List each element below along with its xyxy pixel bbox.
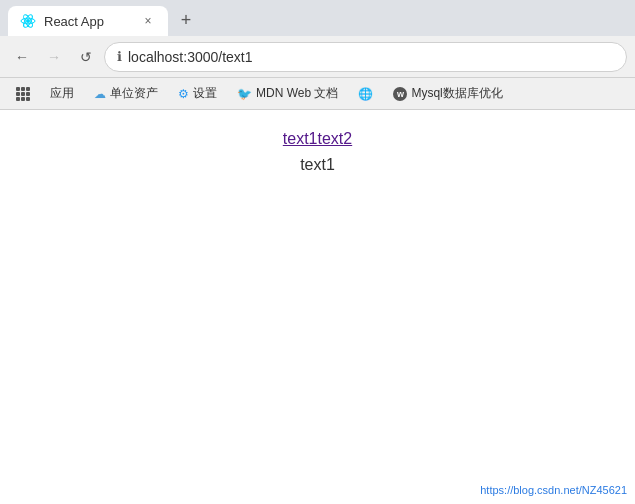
back-icon: ← — [15, 49, 29, 65]
active-tab[interactable]: React App × — [8, 6, 168, 36]
bookmark-yingyong-label: 应用 — [50, 85, 74, 102]
globe-icon: 🌐 — [358, 87, 373, 101]
react-favicon — [20, 13, 36, 29]
page-content: text1text2 text1 https://blog.csdn.net/N… — [0, 110, 635, 504]
bookmark-mdn[interactable]: 🐦 MDN Web 文档 — [229, 82, 346, 105]
bookmark-globe[interactable]: 🌐 — [350, 84, 381, 104]
mdn-icon: 🐦 — [237, 87, 252, 101]
bookmark-mdn-label: MDN Web 文档 — [256, 85, 338, 102]
bookmark-mysql-label: Mysql数据库优化 — [411, 85, 502, 102]
new-tab-button[interactable]: + — [172, 6, 200, 34]
bookmark-danwei-label: 单位资产 — [110, 85, 158, 102]
forward-icon: → — [47, 49, 61, 65]
lock-icon: ℹ — [117, 49, 122, 64]
reload-button[interactable]: ↺ — [72, 43, 100, 71]
back-button[interactable]: ← — [8, 43, 36, 71]
bookmark-yingyong[interactable]: 应用 — [42, 82, 82, 105]
reload-icon: ↺ — [80, 49, 92, 65]
svg-point-0 — [26, 19, 30, 23]
tab-title: React App — [44, 14, 132, 29]
bookmark-apps-grid[interactable] — [8, 84, 38, 104]
grid-icon — [16, 87, 30, 101]
bookmarks-bar: 应用 ☁ 单位资产 ⚙ 设置 🐦 MDN Web 文档 🌐 w Mysql数据库… — [0, 78, 635, 110]
w-badge-icon: w — [393, 87, 407, 101]
watermark: https://blog.csdn.net/NZ45621 — [480, 484, 627, 496]
bookmark-shezhi-label: 设置 — [193, 85, 217, 102]
bookmark-danwei[interactable]: ☁ 单位资产 — [86, 82, 166, 105]
address-text: localhost:3000/text1 — [128, 49, 614, 65]
page-link[interactable]: text1text2 — [283, 130, 352, 148]
tab-bar: React App × + — [0, 0, 635, 36]
forward-button[interactable]: → — [40, 43, 68, 71]
address-bar[interactable]: ℹ localhost:3000/text1 — [104, 42, 627, 72]
gear-icon: ⚙ — [178, 87, 189, 101]
bookmark-shezhi[interactable]: ⚙ 设置 — [170, 82, 225, 105]
tab-close-button[interactable]: × — [140, 13, 156, 29]
cloud-icon: ☁ — [94, 87, 106, 101]
navigation-bar: ← → ↺ ℹ localhost:3000/text1 — [0, 36, 635, 78]
bookmark-mysql[interactable]: w Mysql数据库优化 — [385, 82, 510, 105]
page-body-text: text1 — [300, 156, 335, 174]
